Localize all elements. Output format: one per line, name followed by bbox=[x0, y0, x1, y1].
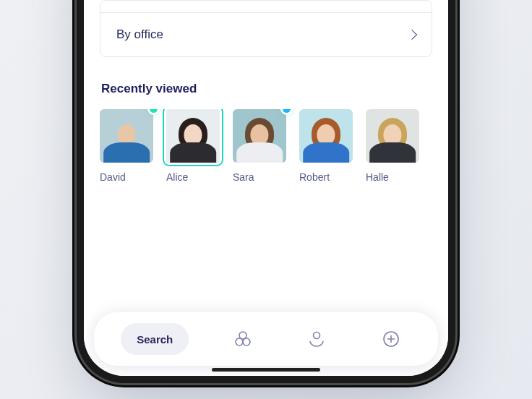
tab-groups[interactable] bbox=[223, 323, 263, 355]
recently-viewed-title: Recently viewed bbox=[101, 82, 432, 96]
tab-search[interactable]: Search bbox=[121, 323, 189, 355]
tab-profile[interactable] bbox=[296, 323, 337, 355]
person-name: Robert bbox=[299, 171, 353, 183]
avatar-wrap bbox=[100, 109, 153, 163]
avatar bbox=[366, 109, 419, 163]
tab-search-label: Search bbox=[137, 333, 173, 346]
person-card[interactable]: Sara bbox=[233, 109, 286, 183]
avatar bbox=[299, 109, 353, 163]
avatar-wrap bbox=[366, 109, 419, 163]
person-card[interactable]: Halle bbox=[366, 109, 419, 183]
avatar-wrap bbox=[166, 109, 220, 163]
avatar bbox=[100, 109, 153, 163]
svg-point-3 bbox=[314, 332, 320, 339]
svg-point-2 bbox=[243, 338, 250, 346]
filter-label: By office bbox=[116, 27, 163, 42]
chevron-right-icon bbox=[407, 30, 417, 40]
person-name: Halle bbox=[366, 171, 419, 183]
home-indicator bbox=[212, 368, 320, 372]
avatar bbox=[233, 109, 286, 163]
avatar-wrap bbox=[299, 109, 353, 163]
filter-row-prev[interactable] bbox=[100, 1, 432, 12]
person-name: Sara bbox=[233, 171, 286, 183]
tab-add[interactable] bbox=[371, 323, 411, 355]
avatar-wrap bbox=[233, 109, 286, 163]
phone-frame: By office Recently viewed DavidAliceSara… bbox=[84, 0, 448, 376]
filter-card: By office bbox=[100, 0, 432, 57]
filter-row-by-office[interactable]: By office bbox=[100, 12, 432, 56]
profile-icon bbox=[306, 329, 327, 349]
groups-icon bbox=[233, 329, 253, 349]
screen: By office Recently viewed DavidAliceSara… bbox=[84, 0, 448, 376]
person-name: David bbox=[100, 171, 153, 183]
person-name: Alice bbox=[166, 171, 220, 183]
person-card[interactable]: Robert bbox=[299, 109, 353, 183]
person-card[interactable]: Alice bbox=[166, 109, 220, 183]
recently-viewed-list[interactable]: DavidAliceSaraRobertHalle bbox=[100, 109, 448, 183]
avatar bbox=[166, 109, 220, 163]
tab-bar: Search bbox=[94, 312, 438, 366]
person-card[interactable]: David bbox=[100, 109, 153, 183]
svg-point-1 bbox=[236, 338, 243, 346]
plus-circle-icon bbox=[381, 329, 401, 349]
